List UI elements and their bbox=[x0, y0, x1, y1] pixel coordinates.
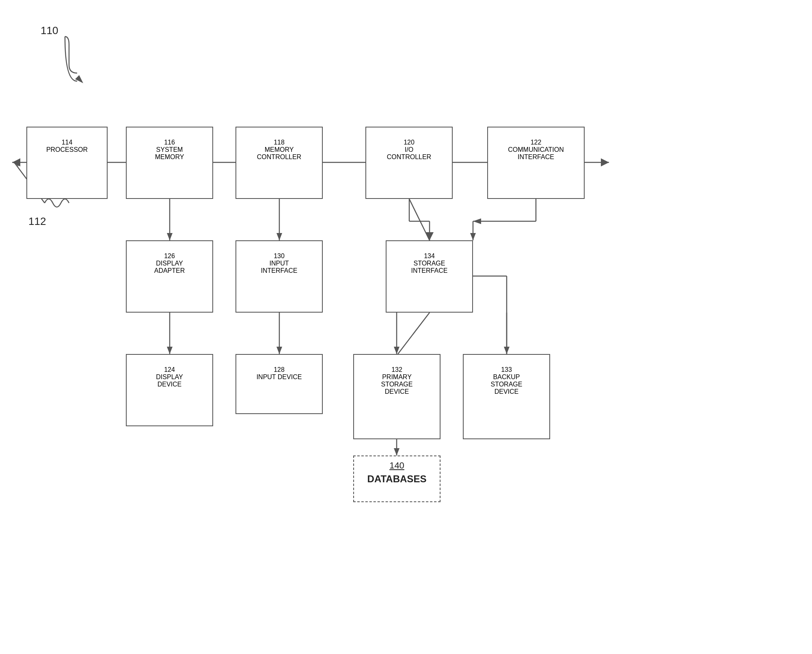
svg-marker-0 bbox=[75, 75, 83, 83]
svg-marker-2 bbox=[12, 158, 20, 166]
svg-marker-44 bbox=[394, 347, 400, 354]
ref-110: 110 bbox=[41, 24, 58, 37]
svg-marker-50 bbox=[394, 448, 400, 455]
svg-line-42 bbox=[398, 313, 430, 354]
box-140: 140 DATABASES bbox=[353, 455, 441, 502]
diagram-container: 110 bbox=[0, 0, 812, 654]
svg-marker-15 bbox=[167, 347, 173, 354]
box-133: 133 BACKUPSTORAGEDEVICE bbox=[463, 354, 550, 439]
box-114: 114 PROCESSOR bbox=[26, 127, 108, 199]
svg-marker-21 bbox=[276, 233, 282, 240]
box-116: 116 SYSTEMMEMORY bbox=[126, 127, 213, 199]
svg-line-28 bbox=[409, 199, 430, 240]
box-130: 130 INPUTINTERFACE bbox=[235, 240, 323, 313]
svg-marker-37 bbox=[473, 218, 481, 224]
svg-marker-48 bbox=[504, 347, 510, 354]
ref-112: 112 bbox=[28, 215, 46, 228]
svg-marker-52 bbox=[14, 158, 20, 166]
box-120: 120 I/OCONTROLLER bbox=[365, 127, 453, 199]
box-128: 128 INPUT DEVICE bbox=[235, 354, 323, 414]
box-132: 132 PRIMARYSTORAGEDEVICE bbox=[353, 354, 441, 439]
svg-marker-36 bbox=[470, 233, 476, 240]
label-140: 140 bbox=[389, 460, 404, 471]
box-118: 118 MEMORYCONTROLLER bbox=[235, 127, 323, 199]
box-124: 124 DISPLAYDEVICE bbox=[126, 354, 213, 426]
box-122: 122 COMMUNICATIONINTERFACE bbox=[487, 127, 585, 199]
svg-marker-24 bbox=[276, 347, 282, 354]
svg-marker-29 bbox=[425, 232, 434, 240]
text-140: DATABASES bbox=[367, 473, 427, 485]
svg-marker-12 bbox=[167, 233, 173, 240]
svg-marker-3 bbox=[601, 158, 609, 166]
box-126: 126 DISPLAYADAPTER bbox=[126, 240, 213, 313]
box-134: 134 STORAGEINTERFACE bbox=[386, 240, 473, 313]
arrows-svg bbox=[0, 0, 812, 654]
svg-marker-41 bbox=[427, 233, 432, 240]
